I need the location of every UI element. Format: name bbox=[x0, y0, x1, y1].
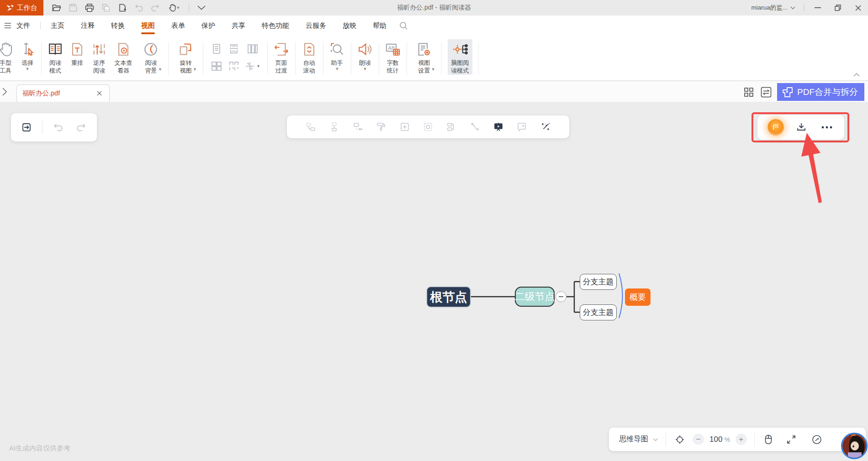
hamburger-icon[interactable] bbox=[5, 23, 11, 28]
mouse-mode-icon[interactable] bbox=[762, 433, 775, 446]
view-settings-icon bbox=[416, 39, 432, 59]
print-icon[interactable] bbox=[84, 2, 95, 14]
mindmap-branch-node[interactable]: 分支主题 bbox=[580, 304, 617, 320]
mindmap-summary-node[interactable]: 概要 bbox=[625, 288, 651, 306]
menu-home[interactable]: 主页 bbox=[49, 16, 66, 36]
redo-icon[interactable] bbox=[74, 120, 89, 135]
avatar[interactable] bbox=[841, 433, 868, 459]
hand-tool-icon[interactable]: ▼ bbox=[166, 2, 182, 14]
swap-doc-icon[interactable] bbox=[760, 86, 773, 99]
open-folder-icon[interactable] bbox=[51, 2, 63, 14]
ribbon-read-mode[interactable]: 阅读模式 bbox=[48, 39, 63, 75]
undo-icon[interactable] bbox=[50, 120, 66, 135]
mindmap-mode-select[interactable]: 思维导图 bbox=[619, 435, 658, 444]
merge-split-label: PDF合并与拆分 bbox=[797, 86, 858, 98]
mindmap-branch-node[interactable]: 分支主题 bbox=[580, 274, 617, 290]
more-ellipsis-icon[interactable] bbox=[819, 120, 835, 135]
facing-scroll-icon[interactable] bbox=[226, 58, 242, 74]
download-icon[interactable] bbox=[794, 120, 809, 135]
pdf-merge-split-button[interactable]: PDF合并与拆分 bbox=[777, 83, 864, 101]
locate-icon[interactable] bbox=[673, 433, 686, 446]
select-area-icon[interactable] bbox=[420, 119, 436, 135]
assistant-icon bbox=[329, 39, 345, 59]
ribbon-collapse-chevron-icon[interactable] bbox=[853, 73, 860, 77]
menu-convert[interactable]: 转换 bbox=[109, 16, 127, 36]
add-sibling-node-icon[interactable] bbox=[327, 119, 342, 135]
exit-mindmap-icon[interactable] bbox=[19, 120, 34, 135]
menu-comment[interactable]: 注释 bbox=[79, 16, 96, 36]
continuous-page-icon[interactable] bbox=[226, 41, 242, 57]
page-layout-group: ▼ bbox=[208, 40, 263, 75]
collapse-node-button[interactable] bbox=[556, 291, 566, 302]
ribbon-hand-tool[interactable]: 手型工具 bbox=[0, 39, 13, 75]
multi-column-icon[interactable] bbox=[245, 41, 260, 57]
grid-view-icon[interactable] bbox=[742, 86, 755, 99]
ribbon-select-tool[interactable]: 选择 ▼ bbox=[20, 39, 35, 71]
split-view-icon[interactable]: ▼ bbox=[245, 58, 260, 74]
fullscreen-icon[interactable] bbox=[785, 433, 798, 446]
add-relation-icon[interactable] bbox=[350, 119, 365, 135]
search-icon[interactable] bbox=[397, 20, 409, 31]
ribbon-assistant[interactable]: 助手 ▼ bbox=[329, 39, 345, 71]
collapse-chevron-icon[interactable] bbox=[196, 2, 207, 14]
menu-help[interactable]: 帮助 bbox=[371, 16, 388, 36]
facing-grid-icon[interactable] bbox=[209, 58, 224, 74]
menu-form[interactable]: 表单 bbox=[169, 16, 187, 36]
menu-file[interactable]: 文件 bbox=[15, 16, 32, 36]
reverse-read-icon bbox=[91, 39, 107, 59]
menu-present[interactable]: 放映 bbox=[341, 16, 358, 36]
feedback-icon[interactable] bbox=[810, 433, 823, 446]
menu-special-features[interactable]: 特色功能 bbox=[260, 16, 291, 36]
rotate-view-icon bbox=[178, 39, 193, 59]
status-divider bbox=[754, 433, 755, 446]
ribbon-read-aloud[interactable]: 朗读 ▼ bbox=[357, 39, 373, 71]
summary-node-icon[interactable] bbox=[444, 119, 459, 135]
minimize-button[interactable] bbox=[808, 0, 828, 16]
menu-protect[interactable]: 保护 bbox=[200, 16, 217, 36]
panel-expander-icon[interactable] bbox=[1, 87, 8, 97]
redo-icon[interactable] bbox=[149, 2, 161, 14]
presentation-icon[interactable] bbox=[491, 119, 506, 135]
ribbon-auto-scroll[interactable]: 自动滚动 bbox=[302, 39, 317, 75]
single-page-icon[interactable] bbox=[209, 41, 224, 57]
zoom-out-icon[interactable]: − bbox=[693, 434, 704, 445]
copy-page-icon[interactable] bbox=[100, 2, 112, 14]
ribbon-text-viewer[interactable]: 文本查看器 bbox=[113, 39, 133, 75]
ribbon-read-background[interactable]: 阅读背景 ▼ bbox=[140, 39, 162, 72]
ribbon-divider bbox=[267, 42, 268, 75]
workspace-button[interactable]: 工作台 bbox=[0, 0, 43, 16]
user-account-menu[interactable]: miarua的监... bbox=[751, 4, 795, 12]
save-icon[interactable] bbox=[67, 2, 79, 14]
ribbon-rotate-view[interactable]: 旋转视图 ▼ bbox=[175, 39, 197, 72]
ai-branch-glow-icon[interactable] bbox=[767, 119, 784, 136]
ribbon-reflow[interactable]: 重排 bbox=[69, 39, 85, 67]
magic-wand-icon[interactable] bbox=[538, 119, 553, 135]
insert-icon[interactable] bbox=[397, 119, 413, 135]
close-tab-icon[interactable] bbox=[95, 90, 104, 97]
ribbon-page-transition[interactable]: 页面过渡 bbox=[274, 39, 289, 75]
ribbon-toolbar: 手型工具 选择 ▼ 阅读模式 重排 逆序阅读 bbox=[0, 36, 868, 81]
menu-cloud[interactable]: 云服务 bbox=[304, 16, 328, 36]
relation-line-icon[interactable] bbox=[467, 119, 483, 135]
tab-title: 福昕办公.pdf bbox=[22, 89, 95, 98]
menu-share[interactable]: 共享 bbox=[230, 16, 247, 36]
ribbon-mindmap-read-mode[interactable]: 脑图阅读模式 bbox=[448, 39, 472, 75]
ribbon-reverse-read[interactable]: 逆序阅读 bbox=[91, 39, 107, 75]
menu-view[interactable]: 视图 bbox=[139, 16, 157, 36]
restore-button[interactable] bbox=[828, 0, 848, 16]
zoom-in-icon[interactable]: + bbox=[736, 434, 747, 445]
add-page-icon[interactable] bbox=[116, 2, 128, 14]
close-button[interactable] bbox=[848, 0, 868, 16]
format-painter-icon[interactable] bbox=[373, 119, 389, 135]
ai-comment-icon[interactable] bbox=[514, 119, 529, 135]
mindmap-canvas[interactable]: 根节点 二级节点 分支主题 分支主题 概要 bbox=[0, 102, 868, 461]
ribbon-word-count[interactable]: AB 字数统计 bbox=[385, 39, 401, 75]
add-child-node-icon[interactable] bbox=[303, 119, 318, 135]
document-tab[interactable]: 福昕办公.pdf bbox=[16, 84, 110, 102]
ribbon-divider bbox=[295, 42, 296, 75]
mindmap-root-node[interactable]: 根节点 bbox=[426, 286, 471, 308]
mindmap-second-node[interactable]: 二级节点 bbox=[515, 287, 555, 307]
ribbon-view-settings[interactable]: 视图设置 ▼ bbox=[413, 39, 435, 72]
undo-icon[interactable] bbox=[133, 2, 145, 14]
chevron-down-icon bbox=[653, 438, 658, 441]
